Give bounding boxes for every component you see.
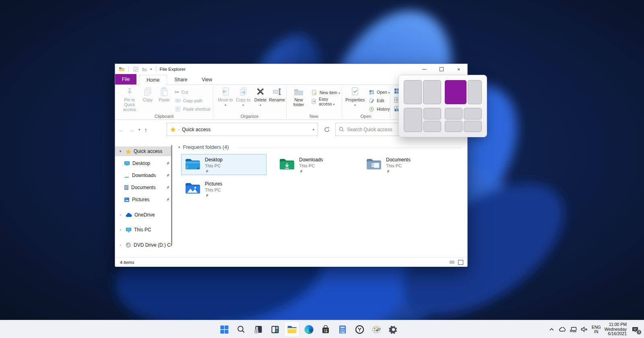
tab-home[interactable]: Home bbox=[139, 75, 167, 85]
snap-zone[interactable] bbox=[423, 80, 441, 104]
rename-button[interactable]: Rename bbox=[268, 87, 286, 103]
cut-button[interactable]: ✂ Cut bbox=[175, 88, 188, 96]
widgets-button[interactable] bbox=[268, 322, 283, 337]
search-icon bbox=[237, 325, 246, 334]
history-button[interactable]: History bbox=[368, 105, 390, 113]
back-button[interactable]: ← bbox=[118, 126, 124, 133]
hidden-icons-chevron-icon[interactable] bbox=[548, 326, 555, 333]
ribbon-group-open: Properties▾ Open ▾ Edit bbox=[342, 85, 390, 120]
sidebar-scrollbar[interactable] bbox=[171, 145, 172, 245]
new-folder-button[interactable]: Newfolder bbox=[289, 87, 308, 107]
move-to-button[interactable]: Move to ▾ bbox=[217, 87, 234, 107]
snap-zone[interactable] bbox=[464, 121, 482, 132]
qat-customize-chevron-icon[interactable]: ▾ bbox=[150, 67, 152, 71]
properties-button[interactable]: Properties▾ bbox=[344, 87, 366, 107]
clock-taskbar-button[interactable] bbox=[352, 322, 367, 337]
collapse-chevron-icon[interactable]: ▾ bbox=[178, 145, 180, 149]
recent-locations-chevron-icon[interactable]: ▾ bbox=[138, 128, 140, 132]
snap-zone[interactable] bbox=[404, 108, 422, 132]
snap-zone[interactable] bbox=[445, 108, 463, 120]
section-header-frequent-folders[interactable]: ▾ Frequent folders (4) bbox=[178, 144, 229, 150]
sidebar-item-quick-access[interactable]: ▾ Quick access bbox=[115, 146, 171, 156]
paste-button[interactable]: Paste bbox=[156, 87, 172, 103]
up-button[interactable]: ↑ bbox=[144, 126, 148, 133]
snap-zone[interactable] bbox=[423, 108, 441, 120]
task-view-button[interactable] bbox=[251, 322, 266, 337]
folder-tile-pictures[interactable]: Pictures This PC bbox=[181, 178, 266, 199]
tab-view[interactable]: View bbox=[194, 74, 219, 84]
settings-taskbar-button[interactable] bbox=[386, 322, 401, 337]
breadcrumb-location[interactable]: Quick access bbox=[182, 127, 310, 132]
dropdown-arrow-icon: ▾ bbox=[333, 103, 334, 106]
calculator-icon bbox=[339, 325, 347, 334]
file-explorer-taskbar-button[interactable] bbox=[285, 322, 299, 337]
language-indicator[interactable]: ENG IN bbox=[592, 325, 601, 334]
snap-zone[interactable] bbox=[404, 80, 422, 104]
sidebar-item-pictures[interactable]: Pictures bbox=[115, 195, 171, 204]
minimize-button[interactable] bbox=[415, 64, 433, 74]
folder-tile-desktop[interactable]: Desktop This PC bbox=[181, 154, 266, 175]
chevron-right-icon[interactable]: › bbox=[118, 213, 123, 217]
easy-access-button[interactable]: Easy access ▾ bbox=[311, 97, 342, 105]
copy-button[interactable]: Copy bbox=[140, 87, 155, 103]
title-bar[interactable]: ▾ File Explorer × bbox=[115, 64, 467, 74]
paint-icon bbox=[372, 325, 381, 334]
snap-zone[interactable] bbox=[464, 108, 482, 120]
qat-new-folder-icon[interactable] bbox=[141, 66, 148, 72]
paste-shortcut-button[interactable]: Paste shortcut bbox=[175, 105, 210, 113]
chevron-right-icon[interactable]: › bbox=[118, 243, 123, 247]
sidebar-item-dvd-drive[interactable]: › DVD Drive (D:) CC bbox=[115, 240, 171, 250]
folder-tile-documents[interactable]: Documents This PC bbox=[362, 154, 448, 175]
address-bar[interactable]: › Quick access ▾ bbox=[167, 123, 318, 136]
maximize-button[interactable] bbox=[433, 64, 450, 74]
snap-zone[interactable] bbox=[468, 80, 482, 104]
snap-layout-left-stacked-right[interactable] bbox=[404, 108, 441, 132]
address-dropdown-chevron-icon[interactable]: ▾ bbox=[312, 128, 314, 132]
delete-button[interactable]: ✕ Delete▾ bbox=[252, 87, 268, 107]
sidebar-item-desktop[interactable]: Desktop bbox=[115, 159, 171, 168]
details-view-button[interactable] bbox=[449, 260, 455, 265]
large-icons-view-button[interactable] bbox=[458, 260, 463, 265]
tray-clock[interactable]: 11:00 PM Wednesday 6/16/2021 bbox=[605, 322, 627, 336]
snap-layout-quad[interactable] bbox=[445, 108, 482, 132]
snap-layout-two-columns[interactable] bbox=[404, 80, 441, 104]
notification-center-button[interactable]: 3 bbox=[630, 325, 640, 334]
sidebar-item-documents[interactable]: Documents bbox=[115, 183, 171, 192]
network-tray-icon[interactable] bbox=[570, 326, 577, 333]
search-button[interactable] bbox=[234, 322, 249, 337]
onedrive-tray-icon[interactable] bbox=[559, 326, 566, 333]
store-taskbar-button[interactable] bbox=[318, 322, 333, 337]
sidebar-item-this-pc[interactable]: › This PC bbox=[115, 225, 171, 235]
snap-zone-hovered[interactable] bbox=[445, 80, 467, 104]
copy-path-button[interactable]: Copy path bbox=[175, 97, 202, 105]
snap-zone[interactable] bbox=[445, 121, 463, 132]
folder-location: This PC bbox=[205, 163, 223, 169]
forward-button[interactable]: → bbox=[128, 126, 134, 133]
close-button[interactable]: × bbox=[450, 64, 467, 74]
chevron-down-icon[interactable]: ▾ bbox=[118, 149, 123, 153]
edit-button[interactable]: Edit bbox=[368, 97, 384, 105]
caption-buttons: × bbox=[415, 64, 467, 74]
calculator-taskbar-button[interactable] bbox=[335, 322, 350, 337]
new-item-button[interactable]: New item ▾ bbox=[311, 89, 340, 97]
tab-share[interactable]: Share bbox=[167, 74, 194, 84]
edge-taskbar-button[interactable] bbox=[301, 322, 316, 337]
sidebar-item-downloads[interactable]: Downloads bbox=[115, 171, 171, 180]
properties-icon bbox=[350, 87, 360, 97]
paint-taskbar-button[interactable] bbox=[369, 322, 384, 337]
copy-to-button[interactable]: Copy to ▾ bbox=[235, 87, 252, 107]
start-button[interactable] bbox=[217, 322, 232, 337]
qat-properties-icon[interactable] bbox=[132, 66, 139, 72]
scissors-icon: ✂ bbox=[175, 89, 180, 95]
tab-file[interactable]: File bbox=[115, 74, 136, 84]
snap-layout-wide-left[interactable] bbox=[445, 80, 482, 104]
folder-tile-downloads[interactable]: Downloads This PC bbox=[275, 154, 361, 175]
open-button[interactable]: Open ▾ bbox=[368, 88, 390, 96]
refresh-button[interactable] bbox=[321, 123, 333, 136]
sidebar-item-onedrive[interactable]: › OneDrive bbox=[115, 210, 171, 220]
pin-to-quick-access-button[interactable]: Pin to Quick access bbox=[118, 87, 141, 112]
snap-zone[interactable] bbox=[423, 121, 441, 132]
volume-muted-tray-icon[interactable] bbox=[581, 326, 588, 333]
search-icon bbox=[339, 127, 344, 132]
chevron-right-icon[interactable]: › bbox=[118, 228, 123, 232]
